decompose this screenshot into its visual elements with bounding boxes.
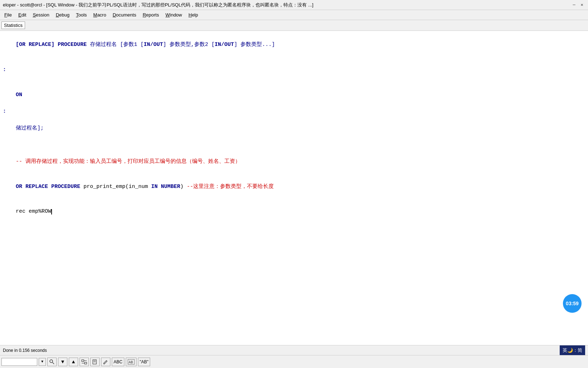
ab-button[interactable]: AB [126, 358, 137, 366]
code-line-10: OR REPLACE PROCEDURE pro_print_emp(in_nu… [3, 174, 585, 199]
code-line-6: : [3, 107, 585, 115]
close-button[interactable]: ✕ [579, 2, 585, 8]
ime-indicator[interactable]: 英🌙：简 [560, 345, 585, 355]
search-icon [49, 359, 55, 365]
down-arrow-button[interactable]: ▼ [58, 358, 67, 366]
menu-session[interactable]: Session [30, 11, 52, 18]
svg-text:AB: AB [129, 360, 133, 364]
code-line-8 [3, 141, 585, 149]
statistics-label: Statistics [1, 22, 25, 29]
menu-window[interactable]: Window [163, 11, 185, 18]
menu-debug[interactable]: Debug [53, 11, 72, 18]
up-arrow-button[interactable]: ▲ [69, 358, 78, 366]
svg-rect-2 [82, 360, 84, 362]
code-line-4 [3, 74, 585, 82]
replace-button[interactable] [80, 358, 89, 366]
replace-icon [81, 359, 87, 365]
menu-file[interactable]: File [1, 11, 15, 18]
dropdown-arrow[interactable]: ▼ [39, 358, 46, 366]
menu-help[interactable]: Help [186, 11, 201, 18]
text-cursor [51, 209, 52, 214]
svg-rect-3 [85, 362, 87, 364]
title-bar: eloper - scott@orcl - [SQL Window - 我们之前… [0, 0, 588, 10]
ab-icon: AB [128, 359, 135, 365]
abc-button[interactable]: ABC [112, 358, 124, 366]
minimize-button[interactable]: ─ [571, 2, 577, 8]
find-button[interactable] [47, 358, 57, 366]
bottom-toolbar: ▼ ▼ ▲ ABC AB "AB" [0, 355, 588, 368]
status-text: Done in 0.156 seconds [3, 348, 557, 353]
menu-tools[interactable]: Tools [73, 11, 90, 18]
code-line-9: -- 调用存储过程，实现功能：输入员工编号，打印对应员工编号的信息（编号、姓名、… [3, 149, 585, 174]
code-line-11: rec emp%ROW [3, 199, 585, 224]
code-line-2 [3, 57, 585, 66]
status-bar: Done in 0.156 seconds 英🌙：简 [0, 345, 588, 355]
code-line-1: [OR REPLACE] PROCEDURE 存储过程名 [参数1 [IN/OU… [3, 32, 585, 57]
quoted-ab-button[interactable]: "AB" [138, 358, 150, 366]
menu-reports[interactable]: Reports [140, 11, 162, 18]
edit-button[interactable] [90, 358, 100, 366]
pencil-button[interactable] [101, 358, 110, 366]
menu-macro[interactable]: Macro [90, 11, 109, 18]
edit-icon [92, 359, 98, 365]
menu-edit[interactable]: Edit [15, 11, 29, 18]
stats-bar: Statistics [0, 20, 588, 31]
editor-area[interactable]: [OR REPLACE] PROCEDURE 存储过程名 [参数1 [IN/OU… [0, 31, 588, 345]
menu-documents[interactable]: Documents [110, 11, 139, 18]
search-input[interactable] [1, 358, 37, 366]
svg-line-1 [53, 362, 54, 364]
pencil-icon [103, 359, 109, 365]
clock-badge: 03:59 [563, 294, 582, 313]
menu-bar: File Edit Session Debug Tools Macro Docu… [0, 10, 588, 20]
code-line-5: ON [3, 82, 585, 108]
code-line-3: : [3, 66, 585, 74]
code-line-7: 储过程名]; [3, 116, 585, 141]
title-controls: ─ ✕ [571, 2, 585, 8]
title-text: eloper - scott@orcl - [SQL Window - 我们之前… [3, 2, 314, 8]
svg-point-0 [50, 360, 53, 363]
ime-text: 英🌙：简 [563, 347, 582, 354]
